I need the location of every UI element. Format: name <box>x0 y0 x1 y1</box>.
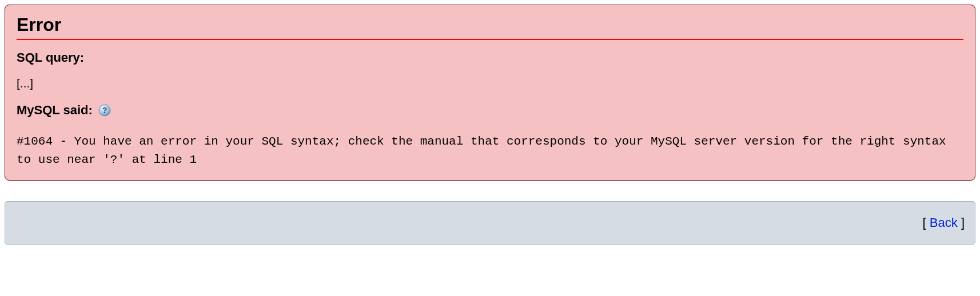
error-message: #1064 - You have an error in your SQL sy… <box>17 133 963 169</box>
help-icon[interactable]: ? <box>98 104 111 117</box>
sql-query-content: [...] <box>17 77 963 90</box>
mysql-said-row: MySQL said: ? <box>17 103 963 118</box>
bracket-close: ] <box>958 215 965 230</box>
sql-query-label: SQL query: <box>17 50 963 65</box>
error-title: Error <box>17 14 963 40</box>
mysql-said-label: MySQL said: <box>17 103 93 118</box>
footer-bar: [ Back ] <box>5 201 975 245</box>
bracket-open: [ <box>923 215 930 230</box>
back-link[interactable]: Back <box>930 215 958 230</box>
error-panel: Error SQL query: [...] MySQL said: ? #10… <box>5 5 975 181</box>
svg-text:?: ? <box>102 106 107 115</box>
